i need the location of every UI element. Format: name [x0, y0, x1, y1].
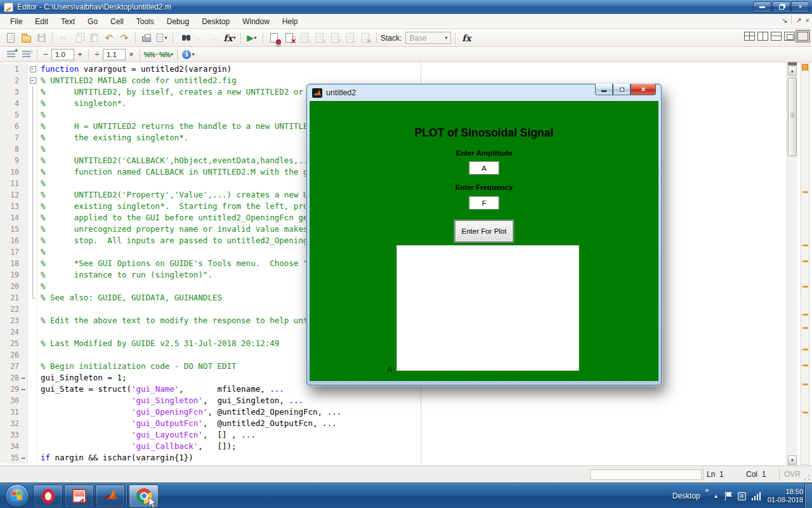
chevron-icon[interactable]: »	[705, 486, 709, 495]
menu-item-edit[interactable]: Edit	[29, 15, 55, 28]
clock[interactable]: 18:50 01-08-2018	[768, 488, 803, 504]
exit-debug-button[interactable]: ▶	[358, 31, 372, 44]
figure-minimize-button[interactable]	[595, 84, 613, 95]
back-button[interactable]: ←	[192, 31, 206, 44]
restore-button[interactable]	[772, 1, 790, 13]
stack-dropdown[interactable]: Base▾	[405, 32, 451, 44]
taskbar-matlab-button[interactable]	[95, 485, 125, 507]
insert-cell-above-icon[interactable]	[4, 48, 18, 61]
warning-mark[interactable]	[802, 191, 808, 193]
menu-item-cell[interactable]: Cell	[104, 15, 130, 28]
open-file-button[interactable]	[19, 31, 33, 44]
menu-item-go[interactable]: Go	[81, 15, 104, 28]
redo-button[interactable]: ↷	[117, 31, 131, 44]
paste-button[interactable]	[87, 31, 101, 44]
warning-mark[interactable]	[802, 327, 808, 329]
step-in-button[interactable]: ↘	[313, 31, 327, 44]
find-button[interactable]	[177, 31, 191, 44]
continue-button[interactable]: →	[343, 31, 357, 44]
menu-item-desktop[interactable]: Desktop	[195, 15, 236, 28]
tile-vertical-button[interactable]	[757, 32, 768, 41]
close-button[interactable]: ×	[791, 1, 809, 13]
forward-button[interactable]: →	[207, 31, 221, 44]
eval-cell-button[interactable]: %%+	[144, 48, 158, 61]
undo-button[interactable]: ↶	[102, 31, 116, 44]
warning-mark[interactable]	[802, 244, 808, 246]
multiply-value-button[interactable]: ×	[127, 50, 136, 59]
menu-item-tools[interactable]: Tools	[130, 15, 160, 28]
code-line[interactable]: 33 'gui_LayoutFcn', [] , ...	[0, 429, 787, 441]
copy-button[interactable]	[72, 31, 86, 44]
warning-mark[interactable]	[802, 384, 808, 385]
insert-cell-below-icon[interactable]	[19, 48, 33, 61]
scroll-up-arrow[interactable]: ▲	[788, 66, 797, 76]
eval-cell-advance-button[interactable]: %%▾	[159, 48, 173, 61]
code-line[interactable]: 31 'gui_OpeningFcn', @untitled2_OpeningF…	[0, 406, 787, 418]
value-step-input[interactable]: 1.0	[51, 49, 74, 60]
scroll-down-arrow[interactable]: ▼	[788, 455, 797, 465]
menu-item-debug[interactable]: Debug	[160, 15, 195, 28]
clear-breakpoints-button[interactable]	[282, 31, 296, 44]
warning-mark[interactable]	[802, 364, 808, 366]
tile-horizontal-button[interactable]	[771, 32, 782, 41]
show-desktop-button[interactable]	[804, 483, 812, 508]
split-grabber[interactable]	[788, 62, 797, 65]
plot-button[interactable]: Enter For Plot	[455, 220, 514, 242]
scrollbar-thumb[interactable]	[788, 77, 797, 156]
decrement-value-button[interactable]: −	[41, 50, 50, 59]
start-button[interactable]	[5, 484, 29, 508]
menu-item-file[interactable]: File	[4, 15, 29, 28]
close-document-icon[interactable]: ×	[806, 17, 809, 24]
minimize-button[interactable]	[753, 1, 771, 13]
function-hints-button[interactable]: fx▾	[223, 31, 237, 44]
taskbar-picture-manager-button[interactable]	[64, 485, 94, 507]
show-hidden-icons-button[interactable]: ▲	[714, 493, 719, 499]
divide-value-button[interactable]: ÷	[93, 50, 102, 59]
code-line[interactable]: 34 'gui_Callback', []);	[0, 441, 787, 452]
taskbar-chrome-button[interactable]	[129, 485, 159, 507]
code-line[interactable]: 30 'gui_Singleton', gui_Singleton, ...	[0, 395, 787, 406]
print-button[interactable]	[140, 31, 154, 44]
fx-insert-button[interactable]: fx	[459, 31, 473, 44]
analyzer-summary-indicator[interactable]	[802, 64, 808, 70]
vertical-scrollbar[interactable]: ▲ ▼	[787, 62, 797, 465]
menu-item-window[interactable]: Window	[236, 15, 276, 28]
warning-mark[interactable]	[802, 411, 808, 413]
menu-item-text[interactable]: Text	[55, 15, 81, 28]
figure-restore-button[interactable]	[613, 84, 631, 95]
plot-axes[interactable]	[396, 245, 579, 371]
remove-hardware-icon[interactable]	[738, 492, 746, 500]
cascade-windows-button[interactable]	[784, 32, 795, 41]
new-file-button[interactable]	[4, 31, 18, 44]
code-analyzer-bar[interactable]	[801, 63, 809, 465]
editor-titlebar[interactable]: Editor - C:\Users\vaibhav\Desktop\untitl…	[0, 0, 812, 14]
value-factor-input[interactable]: 1.1	[103, 49, 126, 60]
increment-value-button[interactable]: +	[75, 50, 84, 59]
print-options-button[interactable]: ▾	[155, 31, 169, 44]
frequency-input[interactable]	[469, 196, 499, 210]
undock-icon[interactable]: ↗	[796, 17, 801, 25]
taskbar-opera-button[interactable]	[33, 485, 63, 507]
info-button[interactable]: i▾	[181, 48, 195, 61]
resize-grip[interactable]	[804, 474, 810, 481]
figure-titlebar[interactable]: untitled2 ×	[307, 84, 661, 101]
figure-close-button[interactable]: ×	[631, 84, 656, 95]
desktop-toolbar[interactable]: Desktop »	[672, 491, 708, 500]
code-line[interactable]: 32 'gui_OutputFcn', @untitled2_OutputFcn…	[0, 418, 787, 429]
step-out-button[interactable]: ↗	[328, 31, 342, 44]
warning-mark[interactable]	[802, 349, 808, 351]
network-signal-icon[interactable]	[752, 491, 762, 500]
step-button[interactable]: ↓	[298, 31, 311, 44]
warning-mark[interactable]	[802, 260, 808, 262]
warning-mark[interactable]	[802, 286, 808, 288]
cut-button[interactable]: ✂	[56, 31, 70, 44]
maximize-document-button[interactable]	[797, 32, 808, 41]
menu-item-help[interactable]: Help	[276, 15, 304, 28]
amplitude-input[interactable]	[469, 161, 499, 175]
dock-icon[interactable]: ↘	[782, 17, 787, 25]
tile-grid-button[interactable]	[744, 32, 755, 41]
set-breakpoint-button[interactable]	[267, 31, 281, 44]
action-center-icon[interactable]	[724, 491, 732, 500]
save-button[interactable]	[34, 31, 48, 44]
code-line[interactable]: 1function varargout = untitled2(varargin…	[0, 64, 787, 75]
